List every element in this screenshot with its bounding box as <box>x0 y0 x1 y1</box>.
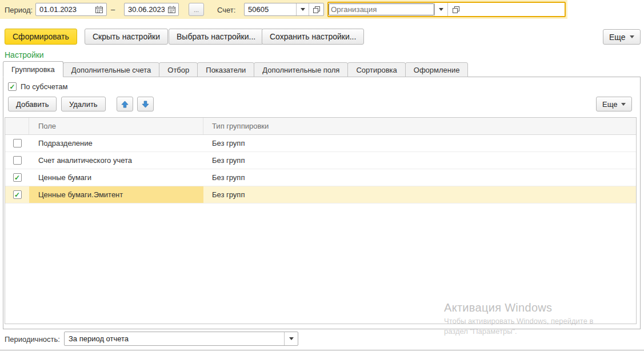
settings-panel: ✓ По субсчетам Добавить Удалить Еще Поле… <box>3 77 641 329</box>
move-up-button[interactable] <box>117 97 133 111</box>
row-checkbox-cell <box>5 152 29 169</box>
table-row[interactable]: Счет аналитического учетаБез групп <box>5 152 636 169</box>
period-label: Период: <box>5 6 33 14</box>
chevron-down-icon[interactable] <box>434 3 447 16</box>
account-combo-field[interactable] <box>244 3 324 16</box>
periodicity-value: За период отчета <box>65 334 284 343</box>
more-button-top[interactable]: Еще <box>603 29 641 45</box>
by-subaccounts-checkbox[interactable]: ✓ <box>8 82 17 91</box>
row-checkbox[interactable]: ✓ <box>13 190 22 199</box>
more-button-label: Еще <box>609 33 626 42</box>
chevron-down-icon <box>630 35 634 38</box>
settings-tab[interactable]: Дополнительные счета <box>63 62 159 77</box>
header-checkbox-column <box>5 118 29 134</box>
arrow-down-icon <box>142 101 149 108</box>
chevron-down-icon <box>621 103 626 106</box>
settings-tab[interactable]: Показатели <box>197 62 254 77</box>
periodicity-label: Периодичность: <box>5 335 60 344</box>
periodicity-select[interactable]: За период отчета <box>64 332 298 346</box>
period-dash: – <box>111 5 115 14</box>
more-button-grouping[interactable]: Еще <box>596 97 632 111</box>
row-group-type-cell[interactable]: Без групп <box>203 186 636 203</box>
row-checkbox-cell: ✓ <box>5 169 29 186</box>
row-checkbox[interactable]: ✓ <box>13 173 22 182</box>
row-checkbox[interactable] <box>13 156 22 165</box>
grouping-table-header: Поле Тип группировки <box>5 118 636 135</box>
choose-period-button[interactable]: ... <box>189 3 204 16</box>
save-settings-button[interactable]: Сохранить настройки... <box>262 29 364 45</box>
calendar-icon[interactable] <box>91 3 106 15</box>
period-from-input[interactable] <box>36 3 91 15</box>
by-subaccounts-option[interactable]: ✓ По субсчетам <box>8 82 68 91</box>
settings-tab[interactable]: Группировка <box>3 61 63 77</box>
form-bottom-divider <box>0 350 644 350</box>
settings-tab[interactable]: Отбор <box>159 62 198 77</box>
organization-field[interactable] <box>327 2 566 17</box>
header-group-type-column: Тип группировки <box>203 118 636 134</box>
settings-section-title: Настройки <box>5 50 44 59</box>
settings-tabs: ГруппировкаДополнительные счетаОтборПока… <box>3 61 467 77</box>
chevron-down-icon[interactable] <box>296 3 309 15</box>
row-group-type-cell[interactable]: Без групп <box>203 135 636 151</box>
by-subaccounts-label: По субсчетам <box>21 82 68 91</box>
choose-settings-button[interactable]: Выбрать настройки... <box>169 29 263 45</box>
add-button[interactable]: Добавить <box>8 97 57 111</box>
settings-tab[interactable]: Дополнительные поля <box>254 62 348 77</box>
move-down-button[interactable] <box>137 97 154 111</box>
row-checkbox-cell: ✓ <box>5 186 29 203</box>
row-checkbox[interactable] <box>13 139 22 147</box>
period-from-field[interactable] <box>35 3 107 16</box>
account-label: Счет: <box>217 6 235 14</box>
row-field-cell[interactable]: Ценные бумаги.Эмитент <box>29 186 203 203</box>
period-to-field[interactable] <box>124 3 179 16</box>
organization-input[interactable] <box>329 3 434 15</box>
grouping-table-body: ПодразделениеБез группСчет аналитическог… <box>5 135 636 204</box>
generate-button[interactable]: Сформировать <box>5 29 77 45</box>
settings-tab[interactable]: Оформление <box>405 62 469 77</box>
account-input[interactable] <box>245 3 296 15</box>
grouping-table: Поле Тип группировки ПодразделениеБез гр… <box>5 117 637 324</box>
open-list-icon[interactable] <box>309 3 323 15</box>
row-field-cell[interactable]: Счет аналитического учета <box>29 152 203 169</box>
delete-button[interactable]: Удалить <box>61 97 106 111</box>
row-group-type-cell[interactable]: Без групп <box>203 169 636 186</box>
table-row[interactable]: ✓Ценные бумаги.ЭмитентБез групп <box>5 186 636 204</box>
arrow-up-icon <box>121 101 129 108</box>
table-row[interactable]: ПодразделениеБез групп <box>5 135 636 152</box>
hide-settings-button[interactable]: Скрыть настройки <box>85 29 168 45</box>
row-field-cell[interactable]: Ценные бумаги <box>29 169 203 186</box>
open-list-icon[interactable] <box>447 3 463 16</box>
header-field-column: Поле <box>29 118 203 134</box>
row-group-type-cell[interactable]: Без групп <box>203 152 636 169</box>
row-checkbox-cell <box>5 135 29 151</box>
chevron-down-icon[interactable] <box>284 332 298 345</box>
more-button-label: Еще <box>602 100 617 109</box>
row-field-cell[interactable]: Подразделение <box>29 135 203 151</box>
period-to-input[interactable] <box>125 3 165 15</box>
calendar-icon[interactable] <box>165 3 178 15</box>
table-row[interactable]: ✓Ценные бумагиБез групп <box>5 169 636 186</box>
settings-tab[interactable]: Сортировка <box>347 62 405 77</box>
report-filter-bar: Период: – ... <box>0 0 567 19</box>
